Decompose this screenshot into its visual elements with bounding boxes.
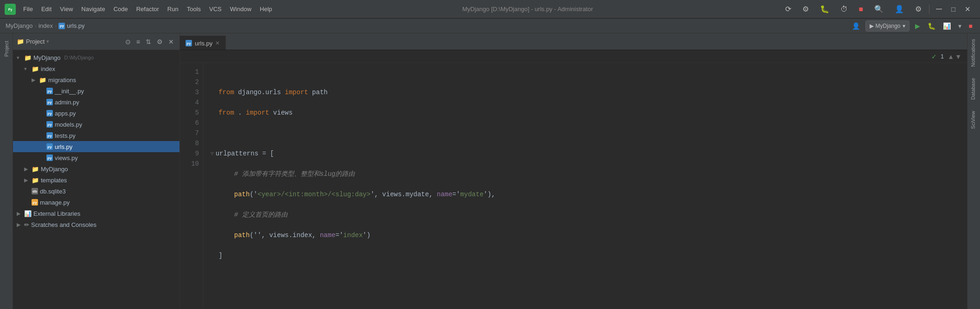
run-all-icon[interactable]: ⚙ xyxy=(797,0,814,19)
tree-label-migrations: migrations xyxy=(48,77,76,84)
tab-bar: py urls.py ✕ xyxy=(180,33,967,50)
tree-label-apps: apps.py xyxy=(55,110,76,117)
fold-gutter xyxy=(211,230,217,240)
menu-edit[interactable]: Edit xyxy=(38,4,55,14)
next-arrow[interactable]: ▼ xyxy=(955,53,961,60)
arrow-icon: ▾ xyxy=(24,66,30,72)
stop-run-button[interactable]: ■ xyxy=(967,21,974,31)
debug-icon[interactable]: 🐛 xyxy=(814,0,835,19)
tree-label-init: __init__.py xyxy=(55,88,84,95)
menu-window[interactable]: Window xyxy=(226,4,255,14)
tree-label-index: index xyxy=(41,65,55,72)
tree-folder-mydjango-sub[interactable]: ▶ 📁 MyDjango xyxy=(13,163,179,174)
debug-run-button[interactable]: 🐛 xyxy=(926,21,937,31)
user-icon[interactable]: 👤 xyxy=(889,0,910,19)
menu-tools[interactable]: Tools xyxy=(183,4,205,14)
database-panel[interactable]: Database xyxy=(967,72,980,105)
tree-file-urls[interactable]: py urls.py xyxy=(13,141,179,152)
tree-folder-index[interactable]: ▾ 📁 index xyxy=(13,63,179,74)
project-toolbar: 📁 Project ▾ ⊙ ≡ ⇅ ⚙ ✕ xyxy=(13,33,179,50)
breadcrumb-project[interactable]: MyDjango xyxy=(6,22,33,29)
menu-vcs[interactable]: VCS xyxy=(205,4,225,14)
menu-view[interactable]: View xyxy=(56,4,77,14)
folder-icon: 📁 xyxy=(32,65,39,72)
code-line-10 xyxy=(211,271,960,281)
menu-refactor[interactable]: Refactor xyxy=(133,4,163,14)
tree-file-db[interactable]: db db.sqlite3 xyxy=(13,186,179,197)
svg-text:Py: Py xyxy=(8,8,13,12)
tree-label-ext-libs: External Libraries xyxy=(33,210,80,217)
collapse-all-button[interactable]: ≡ xyxy=(135,37,142,46)
run-config-dropdown[interactable]: ▶ MyDjango ▾ xyxy=(865,20,910,32)
fold-indicator[interactable]: ▽ xyxy=(211,148,214,159)
menu-bar: File Edit View Navigate Code Refactor Ru… xyxy=(19,4,276,14)
tree-file-init[interactable]: py __init__.py xyxy=(13,85,179,97)
minimize-button[interactable]: ─ xyxy=(931,0,947,19)
breadcrumb-index[interactable]: index xyxy=(38,22,53,29)
tree-file-models[interactable]: py models.py xyxy=(13,119,179,130)
menu-help[interactable]: Help xyxy=(256,4,276,14)
code-editor[interactable]: 1 2 3 4 5 6 7 8 9 10 from django.urls im… xyxy=(180,63,967,309)
tree-folder-migrations[interactable]: ▶ 📁 migrations xyxy=(13,74,179,85)
main-layout: Project 📁 Project ▾ ⊙ ≡ ⇅ ⚙ ✕ ▾ 📁 MyDjan… xyxy=(0,33,980,309)
breadcrumb-file[interactable]: py urls.py xyxy=(58,22,84,29)
tree-label-scratches: Scratches and Consoles xyxy=(31,221,96,228)
vcs-update-icon[interactable]: ⟳ xyxy=(780,0,797,19)
project-label-text[interactable]: Project xyxy=(4,37,9,60)
fold-gutter xyxy=(211,169,217,179)
title-bar: Py File Edit View Navigate Code Refactor… xyxy=(0,0,980,19)
expand-all-button[interactable]: ⇅ xyxy=(144,37,153,46)
tree-folder-templates[interactable]: ▶ 📁 templates xyxy=(13,174,179,186)
prev-arrow[interactable]: ▲ xyxy=(948,53,954,60)
search-everywhere-icon[interactable]: 🔍 xyxy=(869,0,889,19)
tree-file-views[interactable]: py views.py xyxy=(13,152,179,163)
project-title-arrow[interactable]: ▾ xyxy=(46,39,49,45)
name-keyword2: name xyxy=(320,230,336,240)
tree-file-manage[interactable]: py manage.py xyxy=(13,197,179,208)
tree-file-tests[interactable]: py tests.py xyxy=(13,130,179,141)
close-button[interactable]: ✕ xyxy=(960,0,975,19)
window-controls: ⟳ ⚙ 🐛 ⏱ ■ 🔍 👤 ⚙ ─ □ ✕ xyxy=(780,0,976,19)
run-button[interactable]: ▶ xyxy=(913,21,922,31)
sciview-panel[interactable]: SciView xyxy=(967,105,980,135)
more-run-options[interactable]: ▾ xyxy=(956,21,963,31)
menu-run[interactable]: Run xyxy=(164,4,182,14)
tree-file-apps[interactable]: py apps.py xyxy=(13,108,179,119)
folder-icon: 📁 xyxy=(24,54,32,61)
arrow-icon: ▶ xyxy=(17,211,22,217)
settings-tree-button[interactable]: ⚙ xyxy=(155,37,165,46)
profile-icon[interactable]: ⏱ xyxy=(835,0,853,19)
tree-label-views: views.py xyxy=(55,154,78,161)
settings-icon[interactable]: ⚙ xyxy=(910,0,927,19)
recent-files-icon[interactable]: 👤 xyxy=(850,21,862,31)
project-panel-title: 📁 Project ▾ xyxy=(17,38,122,45)
manage-file-icon: py xyxy=(32,199,38,206)
scope-button[interactable]: ⊙ xyxy=(123,37,133,46)
tab-urls-py[interactable]: py urls.py ✕ xyxy=(180,36,226,50)
tree-folder-scratches[interactable]: ▶ ✏ Scratches and Consoles xyxy=(13,219,179,230)
str-route1: <year>/<int:month>/<slug:day> xyxy=(257,189,371,200)
tree-root-mydjango[interactable]: ▾ 📁 MyDjango D:\MyDjango xyxy=(13,52,179,63)
stop-icon[interactable]: ■ xyxy=(853,0,869,19)
tree-file-admin[interactable]: py admin.py xyxy=(13,97,179,108)
menu-file[interactable]: File xyxy=(19,4,37,14)
notifications-panel[interactable]: Notifications xyxy=(967,33,980,72)
check-count: 1 xyxy=(941,53,944,60)
tab-close-button[interactable]: ✕ xyxy=(215,40,220,46)
str-name1: mydate xyxy=(460,189,483,200)
editor-status-line: ✓ 1 ▲ ▼ xyxy=(180,50,967,63)
tree-folder-ext-libs[interactable]: ▶ 📊 External Libraries xyxy=(13,208,179,219)
code-line-4: ▽urlpatterns = [ xyxy=(211,148,960,159)
close-panel-button[interactable]: ✕ xyxy=(167,37,176,46)
menu-code[interactable]: Code xyxy=(110,4,132,14)
run-with-coverage-button[interactable]: 📊 xyxy=(941,21,953,31)
run-config-chevron: ▾ xyxy=(903,23,905,29)
menu-navigate[interactable]: Navigate xyxy=(77,4,109,14)
tree-label-templates: templates xyxy=(41,177,67,184)
code-line-6: path('<year>/<int:month>/<slug:day>', vi… xyxy=(211,189,960,200)
code-content[interactable]: from django.urls import path from . impo… xyxy=(203,63,967,309)
str-name2: index xyxy=(343,230,363,240)
maximize-button[interactable]: □ xyxy=(947,0,960,19)
file-tree: ▾ 📁 MyDjango D:\MyDjango ▾ 📁 index ▶ 📁 m… xyxy=(13,50,179,309)
editor-area: py urls.py ✕ ✓ 1 ▲ ▼ 1 2 3 4 5 6 7 xyxy=(180,33,967,309)
